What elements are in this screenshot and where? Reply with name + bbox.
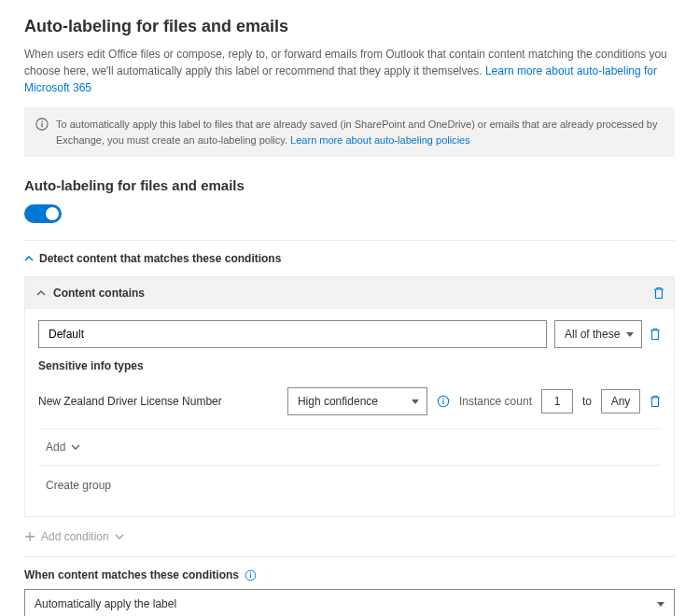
plus-icon xyxy=(24,531,35,542)
svg-point-1 xyxy=(41,120,43,122)
sit-header: Sensitive info types xyxy=(38,359,661,372)
match-action-value: Automatically apply the label xyxy=(35,597,176,610)
match-action-label: When content matches these conditions xyxy=(24,568,675,581)
instance-to-label: to xyxy=(582,395,592,408)
section-heading: Auto-labeling for files and emails xyxy=(24,177,675,193)
autolabel-toggle[interactable] xyxy=(24,204,62,223)
confidence-value: High confidence xyxy=(298,395,378,408)
delete-condition-icon[interactable] xyxy=(653,287,664,300)
svg-rect-5 xyxy=(442,400,443,404)
chevron-up-icon xyxy=(36,288,46,298)
detect-accordion-label: Detect content that matches these condit… xyxy=(39,252,281,265)
group-name-input[interactable] xyxy=(38,320,547,348)
sit-name: New Zealand Driver License Number xyxy=(38,395,278,408)
delete-sit-icon[interactable] xyxy=(650,395,661,408)
delete-group-icon[interactable] xyxy=(650,328,661,341)
add-label: Add xyxy=(46,441,65,454)
instance-to-input[interactable]: Any xyxy=(601,389,640,413)
svg-point-4 xyxy=(442,399,444,400)
info-bar-link[interactable]: Learn more about auto-labeling policies xyxy=(290,134,470,146)
confidence-dropdown[interactable]: High confidence xyxy=(287,387,427,415)
svg-point-7 xyxy=(250,572,251,573)
svg-rect-2 xyxy=(41,123,42,127)
instance-count-label: Instance count xyxy=(459,395,532,408)
info-icon[interactable] xyxy=(437,395,450,408)
create-group-button[interactable]: Create group xyxy=(38,466,661,505)
info-icon[interactable] xyxy=(245,569,257,581)
add-sit-button[interactable]: Add xyxy=(38,429,661,466)
content-contains-header[interactable]: Content contains xyxy=(25,277,674,309)
page-title: Auto-labeling for files and emails xyxy=(24,17,675,36)
match-action-dropdown[interactable]: Automatically apply the label xyxy=(24,589,675,616)
info-icon xyxy=(35,118,49,147)
info-bar: To automatically apply this label to fil… xyxy=(24,107,675,157)
instance-from-input[interactable]: 1 xyxy=(541,389,573,413)
add-condition-label: Add condition xyxy=(41,530,109,543)
chevron-up-icon xyxy=(24,254,34,263)
intro-text: When users edit Office files or compose,… xyxy=(24,46,675,96)
match-action-text: When content matches these conditions xyxy=(24,568,239,581)
divider xyxy=(24,556,675,557)
chevron-down-icon xyxy=(115,532,124,541)
match-mode-value: All of these xyxy=(565,328,620,341)
content-contains-label: Content contains xyxy=(53,287,145,300)
match-mode-dropdown[interactable]: All of these xyxy=(554,320,642,348)
chevron-down-icon xyxy=(71,442,80,452)
add-condition-button[interactable]: Add condition xyxy=(24,517,675,556)
svg-rect-8 xyxy=(250,574,251,578)
condition-box: Content contains All of these Sensitive … xyxy=(24,276,675,517)
sit-row: New Zealand Driver License Number High c… xyxy=(38,382,661,429)
detect-accordion[interactable]: Detect content that matches these condit… xyxy=(24,252,675,265)
divider xyxy=(24,240,675,241)
